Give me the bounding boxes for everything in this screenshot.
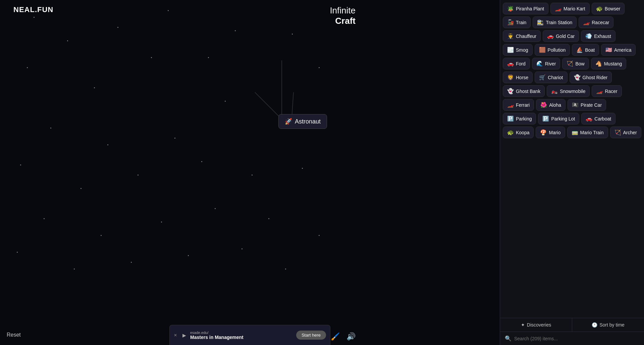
item-label: Train Station [546, 20, 572, 25]
star [241, 248, 243, 249]
item-label: Carboat [594, 116, 611, 121]
star [174, 138, 175, 139]
item-emoji: 🏎️ [507, 102, 514, 108]
ad-banner: ✕ ▶ esade.edu/ Masters in Management Sta… [169, 325, 330, 345]
item-label: Aloha [549, 102, 561, 108]
discoveries-icon: ✦ [521, 322, 525, 328]
item-emoji: 🏹 [614, 129, 621, 136]
item-emoji: 🚉 [537, 19, 544, 26]
sidebar-item[interactable]: 🛒Chariot [535, 71, 567, 83]
star [201, 161, 202, 162]
sidebar-item[interactable]: 🏹Archer [610, 127, 641, 138]
item-emoji: 🏴‍☠️ [572, 102, 579, 108]
canvas-item-astronaut[interactable]: 🚀 Astronaut [278, 114, 327, 129]
sidebar-item[interactable]: 🅿️Parking Lot [538, 113, 579, 125]
star [17, 252, 18, 253]
item-label: Horse [516, 75, 528, 80]
sidebar-item[interactable]: 🐢Koopa [503, 127, 534, 138]
item-label: Racer [605, 89, 617, 94]
search-bar: 🔍 [500, 332, 644, 345]
item-label: Exhaust [594, 34, 611, 39]
star [50, 128, 51, 129]
star [107, 144, 108, 145]
sidebar-item[interactable]: 🐴Mustang [591, 58, 627, 69]
star [80, 188, 82, 189]
ad-cta-button[interactable]: Start here [296, 331, 326, 340]
item-label: Smog [516, 47, 528, 53]
star [268, 218, 269, 219]
ad-arrow-icon: ▶ [182, 333, 186, 338]
sound-icon[interactable]: 🔊 [346, 332, 356, 341]
sidebar-item[interactable]: 🏎️Ferrari [503, 99, 534, 111]
sidebar-item[interactable]: 🚂Train [503, 16, 531, 28]
sidebar-item[interactable]: 🚗Ford [503, 58, 530, 69]
discoveries-button[interactable]: ✦ Discoveries [500, 318, 572, 332]
item-label: Racecar [592, 20, 609, 25]
item-emoji: 🚗 [507, 60, 514, 67]
item-emoji: 🅿️ [507, 115, 514, 122]
sidebar-item[interactable]: 🏎️Racer [592, 85, 622, 97]
star [20, 164, 21, 165]
item-label: Chauffeur [516, 34, 536, 39]
svg-line-2 [292, 92, 293, 117]
star [319, 67, 320, 68]
sort-button[interactable]: 🕐 Sort by time [572, 318, 644, 332]
sort-icon: 🕐 [592, 322, 597, 328]
sidebar-item[interactable]: 🍄Mario [536, 127, 565, 138]
star [225, 101, 226, 102]
sidebar-item[interactable]: 🚗Gold Car [543, 30, 579, 42]
item-label: Chariot [548, 75, 563, 80]
sidebar-item[interactable]: 🌫️Smog [503, 44, 533, 56]
sidebar-item[interactable]: 🏎️Mario Kart [550, 3, 590, 14]
item-emoji: 🛒 [539, 74, 546, 81]
item-emoji: 👻 [574, 74, 581, 81]
star [161, 221, 162, 223]
sidebar-item[interactable]: 🚗Carboat [581, 113, 615, 125]
item-label: America [614, 47, 631, 53]
item-emoji: 🪴 [507, 5, 514, 12]
reset-button[interactable]: Reset [7, 332, 21, 338]
ad-text: esade.edu/ Masters in Management [190, 331, 292, 340]
item-emoji: 🦁 [507, 74, 514, 81]
sidebar-item[interactable]: 🚃Mario Train [567, 127, 608, 138]
sidebar-item[interactable]: 🌊River [532, 58, 560, 69]
item-emoji: 🇺🇸 [605, 47, 612, 53]
canvas-area[interactable]: NEAL.FUN Infinite Craft 🚀 Astronaut Rese… [0, 0, 500, 345]
search-input[interactable] [514, 336, 639, 341]
sidebar-item[interactable]: 🇺🇸America [601, 44, 636, 56]
item-label: Parking Lot [551, 116, 575, 121]
sidebar-item[interactable]: 🐢Bowser [592, 3, 625, 14]
sidebar-item[interactable]: 👻Ghost Rider [570, 71, 612, 83]
ad-close-button[interactable]: ✕ [174, 333, 177, 338]
item-emoji: 💨 [585, 33, 592, 39]
logo: NEAL.FUN [13, 5, 53, 14]
item-label: Bowser [605, 6, 621, 11]
sidebar-item[interactable]: 🏴‍☠️Pirate Car [568, 99, 606, 111]
svg-line-1 [255, 92, 280, 117]
sidebar-item[interactable]: ⛵Boat [572, 44, 599, 56]
sidebar-item[interactable]: 🏹Bow [562, 58, 589, 69]
sidebar-item[interactable]: 🧑‍✈️Chauffeur [503, 30, 541, 42]
sidebar-item[interactable]: 🅿️Parking [503, 113, 536, 125]
item-emoji: 🟫 [539, 47, 546, 53]
sidebar-item[interactable]: 🌺Aloha [536, 99, 566, 111]
sidebar-item[interactable]: 🪴Piranha Plant [503, 3, 548, 14]
sidebar-item[interactable]: 💨Exhaust [581, 30, 615, 42]
sidebar-item[interactable]: 🟫Pollution [535, 44, 570, 56]
item-label: Bow [575, 61, 584, 66]
item-label: Ghost Bank [516, 89, 540, 94]
star [319, 235, 320, 236]
sidebar-item[interactable]: 🏍️Snowmobile [547, 85, 590, 97]
sidebar-item[interactable]: 🚉Train Station [533, 16, 577, 28]
item-emoji: 🏎️ [596, 88, 603, 94]
sidebar-item[interactable]: 🦁Horse [503, 71, 533, 83]
canvas-svg [0, 0, 500, 345]
item-emoji: 👻 [507, 88, 514, 94]
astronaut-emoji: 🚀 [285, 118, 292, 125]
item-emoji: 🏹 [567, 60, 573, 67]
brush-icon[interactable]: 🖌️ [331, 332, 340, 341]
sidebar-item[interactable]: 👻Ghost Bank [503, 85, 545, 97]
sidebar-item[interactable]: 🏎️Racecar [579, 16, 613, 28]
item-emoji: 🚗 [586, 115, 592, 122]
sidebar-footer: ✦ Discoveries 🕐 Sort by time 🔍 [500, 318, 644, 345]
